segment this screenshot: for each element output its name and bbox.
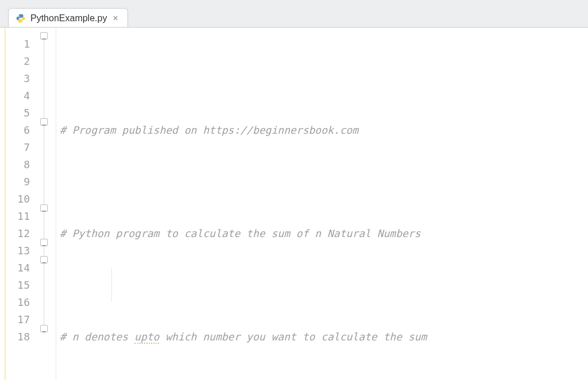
- file-tab-label: PythonExample.py: [30, 13, 107, 24]
- fold-toggle-icon[interactable]: [40, 239, 48, 246]
- line-number: 16: [6, 294, 38, 311]
- line-number: 11: [6, 208, 38, 225]
- line-number: 6: [6, 122, 38, 139]
- file-tab[interactable]: PythonExample.py ×: [8, 8, 128, 27]
- code-line: [60, 173, 588, 191]
- code-line: # Python program to calculate the sum of…: [60, 225, 588, 242]
- line-number: 17: [6, 311, 38, 328]
- line-number: 12: [6, 225, 38, 242]
- line-number: 7: [6, 139, 38, 156]
- fold-gutter: [38, 28, 56, 380]
- close-tab-icon[interactable]: ×: [111, 13, 119, 24]
- tab-bar: PythonExample.py ×: [0, 0, 588, 28]
- code-line: # Program published on https://beginners…: [60, 122, 588, 139]
- line-number: 15: [6, 277, 38, 294]
- line-number: 2: [6, 53, 38, 70]
- line-number: 4: [6, 87, 38, 104]
- code-editor[interactable]: 1 2 3 4 5 6 7 8 9 10 11 12 13 14 15 16 1…: [0, 28, 588, 380]
- line-number: 18: [6, 328, 38, 346]
- fold-toggle-icon[interactable]: [40, 256, 48, 263]
- line-number: 8: [6, 156, 38, 173]
- line-number-gutter: 1 2 3 4 5 6 7 8 9 10 11 12 13 14 15 16 1…: [6, 28, 38, 380]
- fold-toggle-icon[interactable]: [40, 204, 48, 212]
- change-marker-strip: [0, 28, 6, 380]
- line-number: 10: [6, 191, 38, 208]
- code-area[interactable]: # Program published on https://beginners…: [56, 28, 588, 380]
- line-number: 3: [6, 70, 38, 87]
- line-number: 5: [6, 104, 38, 122]
- line-number: 14: [6, 259, 38, 277]
- fold-toggle-icon[interactable]: [40, 325, 48, 332]
- fold-toggle-icon[interactable]: [40, 118, 48, 126]
- line-number: 9: [6, 173, 38, 191]
- code-line: [60, 277, 588, 294]
- line-number: 1: [6, 36, 38, 53]
- fold-toggle-icon[interactable]: [40, 32, 48, 40]
- line-number: 13: [6, 242, 38, 259]
- python-file-icon: [16, 13, 26, 24]
- code-line: # n denotes upto which number you want t…: [60, 328, 588, 346]
